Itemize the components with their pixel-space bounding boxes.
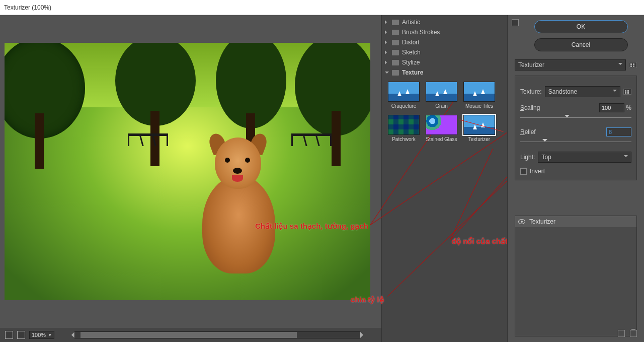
texture-label: Texture:: [520, 88, 542, 95]
annotation-texture: Chất liệu sa thạch, tường, gạch: [255, 222, 368, 231]
chevron-down-icon: [624, 155, 628, 159]
cancel-button[interactable]: Cancel: [534, 38, 628, 51]
category-distort[interactable]: Distort: [385, 37, 504, 47]
effect-layer-item[interactable]: Texturizer: [515, 216, 636, 227]
filter-select[interactable]: Texturizer: [515, 59, 626, 71]
effect-layers-list: Texturizer: [515, 216, 637, 336]
filter-thumb-grain[interactable]: Grain: [426, 82, 457, 109]
folder-icon: [392, 60, 399, 65]
scaling-label: Scaling: [520, 104, 540, 111]
filter-thumb-texturizer[interactable]: Texturizer: [463, 115, 495, 142]
chevron-down-icon: [613, 90, 617, 94]
category-texture[interactable]: Texture: [385, 67, 504, 78]
visibility-icon[interactable]: [518, 219, 525, 224]
scaling-slider[interactable]: [520, 114, 631, 121]
scaling-input[interactable]: [599, 103, 624, 112]
ok-button[interactable]: OK: [534, 20, 628, 33]
title-bar: Texturizer (100%): [0, 0, 644, 15]
folder-icon: [392, 50, 399, 55]
scaling-unit: %: [626, 104, 631, 111]
slider-handle-icon[interactable]: [565, 115, 570, 120]
category-sketch[interactable]: Sketch: [385, 47, 504, 57]
preview-column: Chất liệu sa thạch, tường, gạch độ nổi c…: [0, 15, 381, 342]
scroll-right-button[interactable]: [360, 332, 366, 338]
light-label: Light:: [520, 154, 535, 161]
relief-slider[interactable]: [520, 139, 631, 146]
folder-icon: [392, 40, 399, 45]
filter-thumb-mosaic-tiles[interactable]: Mosaic Tiles: [463, 82, 495, 109]
category-brush-strokes[interactable]: Brush Strokes: [385, 27, 504, 37]
h-scrollbar[interactable]: [74, 331, 360, 338]
zoom-value: 100%: [32, 332, 46, 338]
controls-column: OK Cancel Texturizer Texture: Sandstone: [507, 15, 644, 342]
texture-select[interactable]: Sandstone: [545, 86, 620, 97]
category-artistic[interactable]: Artistic: [385, 17, 504, 27]
texture-load-button[interactable]: [623, 89, 631, 95]
filter-gallery: Artistic Brush Strokes Distort Sketch St…: [381, 15, 507, 342]
filter-thumb-craquelure[interactable]: Craquelure: [388, 82, 420, 109]
folder-icon: [392, 30, 399, 35]
filter-thumb-stained-glass[interactable]: Stained Glass: [426, 115, 457, 142]
filter-thumb-patchwork[interactable]: Patchwork: [388, 115, 420, 142]
fit-view-button[interactable]: [5, 331, 13, 339]
slider-handle-icon[interactable]: [542, 139, 547, 144]
filter-options-button[interactable]: [629, 62, 637, 68]
delete-effect-layer-button[interactable]: [630, 330, 637, 337]
new-effect-layer-button[interactable]: [618, 330, 625, 337]
folder-icon: [392, 70, 399, 76]
actual-pixels-button[interactable]: [17, 331, 25, 339]
invert-label: Invert: [530, 168, 545, 175]
collapse-gallery-button[interactable]: [512, 19, 519, 26]
folder-icon: [392, 20, 399, 25]
zoom-select[interactable]: 100% ▼: [29, 331, 54, 339]
chevron-down-icon: [618, 63, 622, 67]
relief-input[interactable]: [606, 127, 631, 136]
relief-label: Relief: [520, 128, 536, 135]
category-stylize[interactable]: Stylize: [385, 57, 504, 67]
annotation-scaling: chia tỷ lệ: [351, 295, 384, 304]
preview-canvas: Chất liệu sa thạch, tường, gạch: [5, 43, 370, 300]
invert-checkbox[interactable]: [520, 168, 527, 175]
light-select[interactable]: Top: [538, 152, 631, 163]
window-title: Texturizer (100%): [4, 4, 51, 11]
scroll-left-button[interactable]: [68, 332, 74, 338]
preview-toolbar: 100% ▼: [0, 328, 381, 342]
